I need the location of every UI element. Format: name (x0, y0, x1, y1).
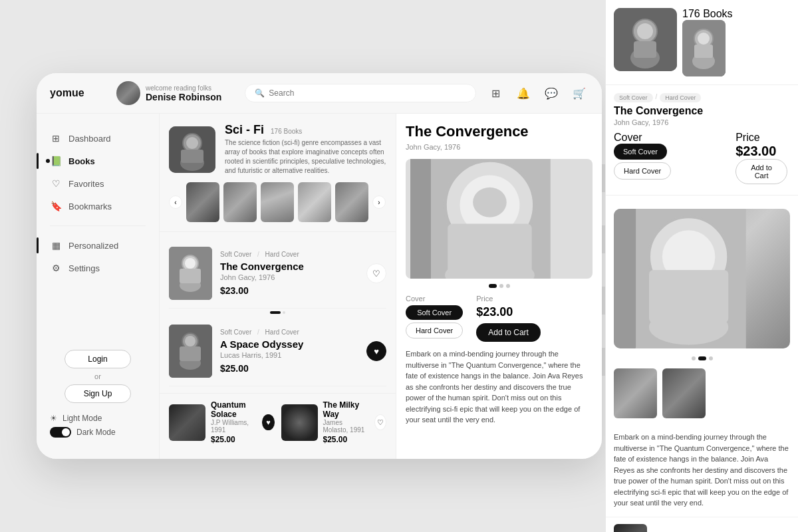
dashboard-icon: ⊞ (50, 133, 62, 144)
light-mode-item[interactable]: ☀ Light Mode (50, 414, 146, 423)
book-thumb-4[interactable] (298, 182, 331, 222)
login-button[interactable]: Login (65, 350, 131, 368)
rsp-book-image-large (614, 8, 677, 71)
related-book-2-title: The Milky Way (323, 400, 369, 419)
book-thumb-5[interactable] (335, 182, 368, 222)
genre-title: Sci - Fi (225, 123, 264, 137)
dot-2 (499, 284, 503, 288)
rsp-add-to-cart-btn[interactable]: Add to Cart (735, 159, 787, 184)
rsp-book-title: The Convergence (614, 105, 790, 117)
settings-icon: ⚙ (50, 263, 62, 273)
detail-description: Embark on a mind-bending journey through… (406, 348, 593, 426)
toggle-dot (62, 428, 70, 436)
sidebar-item-settings[interactable]: ⚙ Settings (37, 257, 159, 279)
related-book-1-info: Quantum Solace J.P Williams, 1991 $25.00 (211, 400, 257, 444)
search-box[interactable]: 🔍 (245, 84, 476, 102)
app-header: yomue welcome reading folks Denise Robin… (37, 73, 602, 114)
bookmarks-icon: 🔖 (50, 201, 62, 211)
favorites-icon: ♡ (50, 178, 62, 189)
auth-or: or (94, 372, 101, 380)
rsp-book-author: John Gacy, 1976 (614, 118, 790, 126)
book-thumb-2[interactable] (223, 182, 257, 222)
rsp-top-section: 176 Books (606, 0, 798, 84)
related-book-2-favorite[interactable]: ♡ (374, 414, 386, 430)
notification-icon[interactable]: 🔔 (514, 84, 533, 102)
dot-3 (506, 284, 510, 288)
related-book-1-author: J.P Williams, 1991 (211, 419, 257, 434)
thumb-nav-left[interactable]: ‹ (169, 196, 182, 209)
sidebar-item-books[interactable]: 📗 Books (37, 150, 159, 172)
detail-cover-price-section: Cover Soft Cover Hard Cover Price $23.00… (406, 295, 593, 342)
book-card-1-price: $23.00 (220, 285, 358, 296)
detail-cover-col: Cover Soft Cover Hard Cover (406, 295, 463, 342)
dark-mode-toggle[interactable] (50, 427, 71, 438)
svg-rect-32 (410, 159, 431, 279)
rsp-meta-badges: Soft Cover / Hard Cover (614, 93, 790, 102)
sidebar-item-books-label: Books (68, 156, 95, 166)
main-content: Sci - Fi 176 Books The science fiction (… (160, 114, 396, 459)
svg-rect-20 (181, 150, 203, 163)
filter-icon[interactable]: ⊞ (486, 84, 505, 102)
detail-add-to-cart-button[interactable]: Add to Cart (476, 323, 541, 342)
dark-mode-item[interactable]: Dark Mode (50, 427, 146, 438)
sidebar-item-personalized[interactable]: ▦ Personalized (37, 234, 159, 257)
signup-button[interactable]: Sign Up (65, 384, 131, 403)
related-book-1-favorite[interactable]: ♥ (262, 414, 274, 430)
genre-header: Sci - Fi 176 Books The science fiction (… (169, 123, 386, 176)
related-book-2-info: The Milky Way James Molasto, 1991 $25.00 (323, 400, 369, 444)
rsp-hard-cover-btn[interactable]: Hard Cover (614, 162, 671, 180)
book-thumb-3[interactable] (261, 182, 294, 222)
rsp-cover-price: Cover Soft Cover Hard Cover Price $23.00… (614, 132, 790, 187)
book-card-2-image (169, 325, 212, 378)
soft-cover-button[interactable]: Soft Cover (406, 305, 463, 320)
rsp-cover-label: Cover (614, 132, 722, 144)
rsp-price-value: $23.00 (735, 144, 790, 159)
book-thumb-1[interactable] (186, 182, 219, 222)
hard-cover-button[interactable]: Hard Cover (406, 323, 463, 338)
tablet-container: yomue welcome reading folks Denise Robin… (37, 73, 602, 459)
sidebar-item-bookmarks[interactable]: 🔖 Bookmarks (37, 195, 159, 217)
header-actions: ⊞ 🔔 💬 🛒 (486, 84, 589, 102)
book-card-1-info: Soft Cover / Hard Cover The Convergence … (220, 251, 358, 296)
book-card-1-title: The Convergence (220, 261, 358, 272)
rsp-scroll-indicator (614, 354, 790, 363)
detail-book-author: John Gacy, 1976 (406, 143, 593, 151)
thumb-nav-right[interactable]: › (372, 196, 386, 209)
search-area: 🔍 (245, 84, 476, 102)
rsp-cover-col: Cover Soft Cover Hard Cover (614, 132, 722, 187)
svg-rect-4 (634, 41, 656, 58)
sidebar-item-favorites-label: Favorites (68, 179, 104, 189)
rsp-price-label: Price (735, 132, 790, 144)
genre-count: 176 Books (271, 128, 302, 135)
rsp-hard-cover-badge: Hard Cover (660, 93, 701, 102)
message-icon[interactable]: 💬 (542, 84, 561, 102)
book-card-1-favorite[interactable]: ♡ (366, 263, 386, 283)
detail-book-title: The Convergence (406, 123, 593, 140)
svg-rect-30 (180, 346, 201, 361)
rsp-soft-cover-btn[interactable]: Soft Cover (614, 144, 667, 160)
sidebar-divider (50, 225, 146, 226)
sidebar-item-favorites[interactable]: ♡ Favorites (37, 172, 159, 195)
sidebar: ⊞ Dashboard 📗 Books ♡ Favorites 🔖 Bookma… (37, 114, 160, 459)
related-book-2-image (281, 404, 318, 441)
book-card-2-info: Soft Cover / Hard Cover A Space Odyssey … (220, 329, 358, 374)
genre-info: Sci - Fi 176 Books The science fiction (… (225, 123, 386, 176)
rsp-thumb-1 (614, 368, 657, 418)
search-icon: 🔍 (255, 88, 265, 98)
user-text: welcome reading folks Denise Robinson (146, 84, 221, 102)
cart-icon[interactable]: 🛒 (570, 84, 589, 102)
book-card-2-favorite[interactable]: ♥ (366, 341, 386, 361)
search-input[interactable] (269, 88, 466, 98)
related-book-2: The Milky Way James Molasto, 1991 $25.00… (281, 400, 387, 444)
active-bar-personalized (37, 237, 39, 253)
auth-buttons: Login or Sign Up (50, 350, 146, 403)
right-side-panel: 176 Books Soft Cover / Hard Cover The Co… (605, 0, 798, 532)
sidebar-item-dashboard[interactable]: ⊞ Dashboard (37, 127, 159, 150)
related-book-2-price: $25.00 (323, 435, 369, 444)
svg-point-23 (185, 258, 196, 269)
rsp-bottom-book-image (614, 524, 647, 533)
svg-rect-15 (649, 270, 728, 323)
detail-price-col: Price $23.00 Add to Cart (476, 295, 541, 342)
user-avatar (116, 81, 140, 105)
nav-secondary: ▦ Personalized ⚙ Settings (37, 231, 159, 282)
